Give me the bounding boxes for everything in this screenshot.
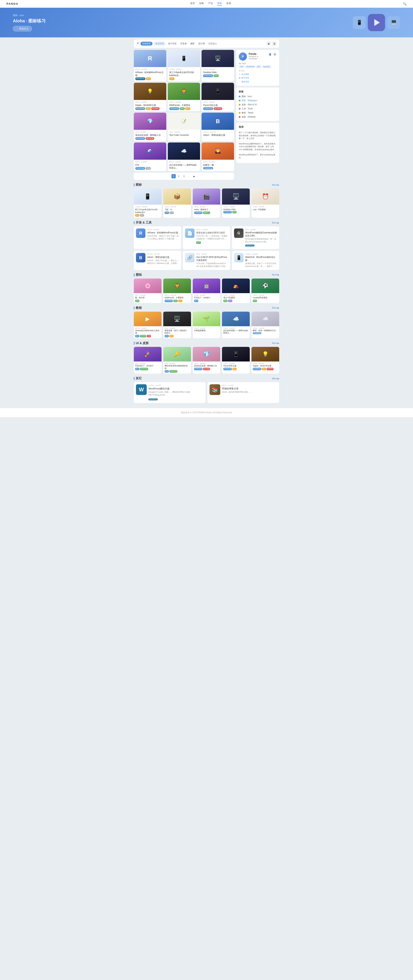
tutorial-card-2[interactable]: 🖥️ 4月5 · 2019年 视觉采集《设计二稿设录》的设计... 设计 教程 (163, 312, 191, 338)
tab-smart[interactable]: 智能推荐 (140, 42, 153, 46)
sidebar-cat-tools[interactable]: 工具 · Tools (239, 107, 277, 110)
dev-card-3[interactable]: G 6月5 · 2019年 WordPress编辑器Gutenberg创建自定义… (232, 226, 279, 249)
hero-play-icon (374, 19, 380, 26)
sidebar-settings-icon[interactable]: ⚙️ (273, 52, 277, 56)
nav-link-blog[interactable]: 博客 (217, 2, 222, 6)
post-card-4[interactable]: 💡 4月26 · 2019年 Digitar · WinRAR主题 Photos… (134, 83, 166, 111)
wallpaper-section-more[interactable]: More ▶ (272, 274, 279, 276)
sidebar-cat-wallpaper[interactable]: 壁纸 · Wallpaper (239, 99, 277, 102)
page-btn-2[interactable]: 2 (177, 174, 181, 178)
icon-card-4-date: 5月23 · 2018年 (223, 206, 249, 208)
ui-card-4[interactable]: 📱 11月5 · 2018年 Flyme手机主题 Photoshop 精品 (222, 347, 250, 374)
dev-card-4[interactable]: B 15月12 · 2017年 reborn · 博客b如题主题 2019年，开… (134, 251, 181, 270)
sidebar-more-info[interactable]: → 更多信息 (239, 80, 277, 83)
nav-link-products[interactable]: 产品 (208, 2, 213, 6)
dev-card-5[interactable]: 🔗 4月8 · 2018年 Vue & REST API打造WordPress主… (183, 251, 230, 270)
post-card-3[interactable]: 🖥️ 5月30 · 2019年 Desktop Hider Photoshop … (202, 50, 234, 81)
tutorial-card-5-title: 教程 · 自绘一种精制作方法 (253, 329, 278, 332)
icon-card-2[interactable]: 📦 4月13 · 2017年 飞机 · ×2 Tech 其他 (163, 188, 191, 218)
sidebar-user-icon[interactable]: 👤 (268, 52, 272, 56)
tutorial-card-3[interactable]: 🌱 4月13 · 2018年 水果蔬菜教程 (193, 312, 220, 338)
wallpaper-card-4[interactable]: ⛺ 5月21 · 2018年 雪山下的露营 壁纸 插画 (222, 278, 250, 303)
post-card-10[interactable]: 🌊 4月21 · 2019年 A fit Photoshop 其他 (134, 143, 166, 171)
misc-section-more[interactable]: More ▶ (272, 377, 279, 380)
tutorial-card-4-title: 自己的何者食——群晖Nas的阿里云... (223, 329, 249, 334)
post-card-8-img: 📝 (168, 113, 200, 130)
icon-card-3[interactable]: 🎬 5月30 · 2019年 Aloha · 图标练习 Photoshop 素材… (193, 188, 220, 218)
tutorial-card-5[interactable]: ☁️ 4月26 · 2019年 教程 · 自绘一种精制作方法 Photoshop (252, 312, 279, 338)
post-card-8[interactable]: 📝 7月3 · 2018年 Text Code Converter (168, 113, 200, 141)
post-card-11-img: ☁️ (168, 143, 200, 160)
post-card-4-title: Digitar · WinRAR主题 (135, 104, 165, 107)
site-footer: 版权所有 © 2018 PANDA Studio | All Rights Re… (0, 408, 413, 417)
nav-link-home[interactable]: 首页 (190, 2, 195, 6)
sidebar-cat-desktop[interactable]: 桌面 · Desktop (239, 115, 277, 118)
page-btn-1[interactable]: 1 (171, 174, 176, 178)
page-btn-next[interactable]: ▶ (192, 174, 196, 178)
tab-dev[interactable]: 开发者 (179, 42, 188, 46)
post-card-12[interactable]: 🌄 6月12 · 2016年 哈喇宝一像 Photoshop (202, 143, 234, 171)
tutorial-card-4[interactable]: ☁️ 5月25 · 2018年 自己的何者食——群晖Nas的阿里云... (222, 312, 250, 338)
view-list-button[interactable]: ☰ (272, 41, 277, 46)
view-grid-button[interactable]: ⊞ (266, 41, 271, 46)
sidebar-comment-1: 搭了一个三级分类结构，用来显示文章的三级分类结构，发布到之后请找一下分类结构看一… (239, 130, 277, 142)
wallpaper-card-5[interactable]: ⚽ 4月13 · 2019年 Football手机壁纸 壁纸 (252, 278, 279, 303)
icon-card-1[interactable]: 📱 11月26 · 2019年 第三方App考点改iOS12的bubblar设计… (134, 188, 161, 218)
page-btn-3[interactable]: 3 (182, 174, 186, 178)
post-card-1[interactable]: R 5月30 · 2019年 mRavia · 轻拓物WordPress主题 W… (134, 50, 166, 81)
hero-title: Aloha · 图标练习 (13, 18, 46, 24)
misc-card-2[interactable]: 📚 8月22 · 2018年 早期的博客文章 MIND↑ 这些是早期时博文合集…… (207, 382, 279, 403)
ui-card-2[interactable]: 🔑 4月8 · 2018年 网站登录表单动画效果的实现 设计 JavaScrip… (163, 347, 191, 374)
sidebar-avatar: P (239, 52, 247, 60)
tab-design[interactable]: 设计学堂 (167, 42, 178, 46)
tutorial-card-1-title: Aloha动态动画在Web上的实现 (135, 329, 160, 334)
sidebar-cat-tutorial[interactable]: 教程 · Teach (239, 111, 277, 115)
wallpaper-card-2[interactable]: 🦁 4月13 · 2018年 WildFiends · 卡通壁纸 Photosh… (163, 278, 191, 303)
sidebar-cat-icon[interactable]: 图标 · Icon (239, 95, 277, 98)
ui-section: UI & 皮肤 More ▶ 🚀 9月2 · 2018年 茫盲清失了 · 404… (134, 341, 279, 374)
post-card-5[interactable]: 🦁 2月12 · 2019年 WildFiends · 卡通壁纸 Photosh… (168, 83, 200, 111)
sidebar-cat-tutorial-label: 教程 · Teach (242, 111, 254, 115)
icon-section-more[interactable]: More ▶ (272, 184, 279, 186)
post-card-2[interactable]: 📱 11月26 · 2019年 第三方App考点改iOS12的bubblar设.… (168, 50, 200, 81)
post-card-7[interactable]: 💎 6月3 · 2018年 游花动态皮肤 · 搜狗输入法 Photoshop 设… (134, 113, 166, 141)
dev-section-more[interactable]: More ▶ (272, 221, 279, 224)
main-nav: PANDA 首页 创客 产品 博客 发现 🔍 (0, 0, 413, 8)
tutorial-section: 教程 More ▶ ▶ 4月13 · 2018年 Aloha动态动画在Web上的… (134, 306, 279, 338)
tab-designer[interactable]: 设计师 (197, 42, 206, 46)
post-card-7-img: 💎 (134, 113, 166, 130)
tag-js: JavaScript (245, 65, 255, 68)
tab-life[interactable]: 生活艺术 (153, 42, 166, 46)
icon-card-5[interactable]: ⏰ 5月21 · 2016年 Lost · 手机图标 (252, 188, 279, 218)
tab-photo[interactable]: 摄影 (189, 42, 196, 46)
wallpaper-card-3[interactable]: 🤖 3月29 · 2018年 茫盲失了 · 404设计 设计 (193, 278, 220, 303)
post-card-6-img: 📱 (202, 83, 234, 100)
tab-diary[interactable]: 日记达人 (207, 42, 218, 46)
icon-card-4[interactable]: 🖥️ 5月23 · 2018年 Desktop Hider Photoshop … (222, 188, 250, 218)
sidebar-cat-skin[interactable]: 皮肤 · Skin & UI (239, 103, 277, 106)
sidebar-comments-title: 短信 (239, 125, 277, 129)
ui-card-3[interactable]: 💎 2月12 · 2018年 游花动态皮肤 · 搜狗输入法 Photoshop … (193, 347, 220, 374)
ui-section-more[interactable]: More ▶ (272, 342, 279, 344)
tutorial-card-2-date: 4月5 · 2019年 (164, 327, 190, 329)
ui-card-1[interactable]: 🚀 9月2 · 2018年 茫盲清失了 · 404设计 设计 JavaScrip… (134, 347, 161, 374)
sidebar-my-tags-title: My Tags (239, 62, 277, 64)
dev-card-1[interactable]: R 5月30 · 2019年 niRvana · 轻拓物WordPress主题 … (134, 226, 181, 249)
sidebar-link-follow-blog[interactable]: ☆ 关注博客 (239, 73, 277, 76)
misc-card-1[interactable]: W 12月23 · 2017年 WordPress建站主题 Designer's… (134, 382, 206, 403)
dev-card-6[interactable]: 📱 12月22 · 2018年 WaterFall · WordPress瀑布流… (232, 251, 279, 270)
nav-search-icon[interactable]: 🔍 (403, 2, 407, 6)
sidebar-link-join[interactable]: ★ 参与活动 (239, 76, 277, 79)
post-card-9[interactable]: B 11月12 · 2017年 reborn · 博客b如题主题 (202, 113, 234, 141)
post-card-6[interactable]: 📱 11月5 · 2018年 Flyme手机主题 Photoshop 设计学堂 (202, 83, 234, 111)
tutorial-card-1[interactable]: ▶ 4月13 · 2018年 Aloha动态动画在Web上的实现 设计 Andr… (134, 312, 161, 338)
wallpaper-card-1[interactable]: 🌸 9月2 · 2019年 量 · 有次理 壁纸 (134, 278, 161, 303)
post-card-2-tag-1: 精品 (169, 77, 174, 80)
dev-card-2[interactable]: 📄 3月11 · 2019年 语音合成·让你的文章开口说话 今天介绍一款——语音… (183, 226, 230, 249)
nav-link-makers[interactable]: 创客 (199, 2, 204, 6)
tutorial-section-more[interactable]: More ▶ (272, 307, 279, 309)
ui-card-5[interactable]: 💡 4月26 · 2019年 Digitar · WinRAR主题 Photos… (252, 347, 279, 374)
hero-read-more-button[interactable]: → 阅读全文 (13, 26, 32, 31)
nav-link-discover[interactable]: 发现 (226, 2, 231, 6)
post-card-11[interactable]: ☁️ 6月22 · 2016年 自己的何者食——群晖Nas的阿里云... (168, 143, 200, 171)
